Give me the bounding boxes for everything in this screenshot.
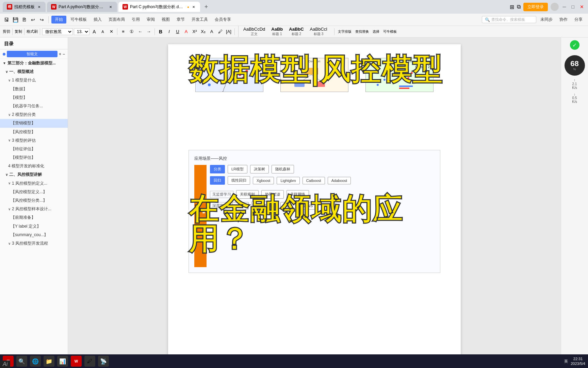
sidebar-item-marketing[interactable]: 【营销模型】 xyxy=(0,119,68,127)
sidebar-item-ml-task[interactable]: 【机器学习任务... xyxy=(0,102,68,110)
wps-taskbar-btn[interactable]: W xyxy=(71,356,82,367)
indent-increase-btn[interactable]: → xyxy=(145,28,152,35)
sidebar-item-feature-eval[interactable]: 【特征评估】 xyxy=(0,145,68,153)
select-btn[interactable]: 选择 xyxy=(371,28,381,35)
sidebar-item-sample-design[interactable]: ∨ 2 风控模型样本设计... xyxy=(0,205,68,213)
redo-icon[interactable]: ↪ xyxy=(38,16,46,24)
sidebar-item-model-eval[interactable]: ∨ 3 模型的评估 xyxy=(0,136,68,145)
close-btn[interactable]: ✕ xyxy=(578,4,585,10)
format-panel-btn[interactable]: 文字排版 xyxy=(337,28,353,35)
smart-btn[interactable]: 智能文 xyxy=(7,51,58,57)
sync-btn[interactable]: 未同步 xyxy=(538,16,555,24)
font-enlarge-btn[interactable]: A xyxy=(91,28,98,35)
sidebar-item-dev-flow[interactable]: ∨ 3 风控模型开发流程 xyxy=(0,239,68,248)
minimize-btn[interactable]: ─ xyxy=(561,4,568,10)
text-color-a[interactable]: A xyxy=(208,28,215,35)
command-search-box[interactable]: 🔍 查找命令、搜索模板 xyxy=(482,16,536,23)
sidebar-item-model-std[interactable]: 4 模型开发的标准化 xyxy=(0,162,68,170)
menu-reference[interactable]: 引用 xyxy=(129,16,143,24)
sidebar-item-model-type[interactable]: ∨ 2 模型的分类 xyxy=(0,110,68,119)
new-doc-icon[interactable]: 🖫 xyxy=(3,16,10,24)
underline-btn[interactable]: U xyxy=(174,28,181,35)
menu-dev[interactable]: 开发工具 xyxy=(189,16,211,24)
indent-decrease-btn[interactable]: ← xyxy=(136,28,144,35)
clear-format-btn[interactable]: ✕ xyxy=(108,28,115,35)
browser-taskbar-btn[interactable]: 🌐 xyxy=(30,356,41,367)
tab-2[interactable]: W Part A python与数据分析(1) ✕ xyxy=(47,2,117,12)
sidebar-item-part3[interactable]: ▼ 第三部分：金融数据模型... xyxy=(0,59,68,67)
superscript-btn[interactable]: X² xyxy=(191,28,198,35)
style-normal[interactable]: AaBbCcDd 正文 xyxy=(241,26,267,37)
sidebar-item-model[interactable]: 【模型】 xyxy=(0,93,68,102)
menu-vip[interactable]: 会员专享 xyxy=(212,16,234,24)
sidebar-item-data[interactable]: 【数据】 xyxy=(0,85,68,93)
menu-chapter[interactable]: 章节 xyxy=(174,16,187,24)
copy-label[interactable]: 复制 xyxy=(15,29,22,34)
start-button[interactable]: 开始 xyxy=(51,16,66,24)
download-arrow: ↓ xyxy=(572,92,577,96)
char-border-btn[interactable]: [A] xyxy=(225,28,232,35)
new-tab-btn[interactable]: + xyxy=(201,2,211,12)
menu-layout[interactable]: 页面布局 xyxy=(106,16,128,24)
format-paint-label[interactable]: 格式刷 xyxy=(27,29,38,34)
font-size-select[interactable]: 13.5 12 14 xyxy=(74,28,89,35)
tab-1-close[interactable]: ✕ xyxy=(37,4,42,9)
sidebar-item-risk-label: 【风控模型】 xyxy=(11,129,35,135)
sidebar-item-risk-def[interactable]: ∨ 1 风控模型的定义... xyxy=(0,179,68,188)
sidebar-item-ylabel-label: 【Y label 定义】 xyxy=(11,223,41,230)
sidebar-collapse-icon[interactable]: − xyxy=(63,52,65,57)
sidebar-item-risk-def2[interactable]: 【风控模型定义...】 xyxy=(0,188,68,196)
bold-btn[interactable]: B xyxy=(157,28,164,35)
tab-3-close[interactable]: ✕ xyxy=(191,4,196,9)
maximize-btn[interactable]: □ xyxy=(570,4,576,10)
menu-insert[interactable]: 插入 xyxy=(91,16,104,24)
save-icon[interactable]: 💾 xyxy=(12,16,19,24)
tab-1[interactable]: 稻 找稻壳模板 ✕ xyxy=(3,2,46,12)
download-stat: ↓ 0.5 K/s xyxy=(572,92,577,104)
font-color-btn[interactable]: A xyxy=(182,28,190,35)
user-avatar[interactable] xyxy=(551,3,559,11)
sidebar-expand-icon[interactable]: + xyxy=(59,52,61,57)
sidebar-item-ylabel[interactable]: 【Y label 定义】 xyxy=(0,222,68,231)
print-icon[interactable]: 🖹 xyxy=(20,16,28,24)
font-select[interactable]: 微软雅黑 宋体 黑体 xyxy=(42,28,73,35)
pen-btn[interactable]: 🖊 xyxy=(84,356,95,367)
lang-indicator[interactable]: 英 xyxy=(564,359,568,364)
excel-btn[interactable]: 📊 xyxy=(57,356,68,367)
sidebar-item-model-what[interactable]: ∨ 1 模型是什么 xyxy=(0,76,68,85)
keniu-template-btn[interactable]: 可牛模板 xyxy=(382,28,398,35)
broadcast-btn[interactable]: 📡 xyxy=(98,356,109,367)
sidebar-item-model-eval2[interactable]: 【模型评估】 xyxy=(0,153,68,162)
search-taskbar-btn[interactable]: 🔍 xyxy=(16,356,27,367)
menu-view[interactable]: 视图 xyxy=(159,16,173,24)
tab-2-close[interactable]: ✕ xyxy=(108,4,113,9)
login-button[interactable]: 立即登录 xyxy=(523,3,548,11)
menu-review[interactable]: 审阅 xyxy=(144,16,158,24)
sidebar-item-prep[interactable]: 【前期准备】 xyxy=(0,213,68,222)
share-btn[interactable]: 分享 xyxy=(572,16,585,24)
restore-icon[interactable]: ⧉ xyxy=(517,4,521,10)
highlight-btn[interactable]: 🖊 xyxy=(216,28,224,35)
style-h3[interactable]: AaBbCcI 标题 3 xyxy=(308,26,329,37)
tab-3[interactable]: W Part C python与数据分析.docx ● ✕ xyxy=(118,2,200,12)
sidebar-item-section2[interactable]: ∨ 二、风控模型讲解 xyxy=(0,170,68,179)
sidebar-item-risk-type[interactable]: 【风控模型分类...】 xyxy=(0,196,68,205)
find-replace-btn[interactable]: 查找替换 xyxy=(354,28,370,35)
sidebar-item-summary[interactable]: 【summary_cou...】 xyxy=(0,231,68,239)
collab-btn[interactable]: 协作 xyxy=(557,16,570,24)
list-btn[interactable]: ≡ xyxy=(119,28,127,35)
style-h1[interactable]: AaBb 标题 1 xyxy=(269,26,285,37)
style-h2[interactable]: AaBbC 标题 2 xyxy=(287,26,306,37)
num-list-btn[interactable]: ① xyxy=(128,28,135,35)
undo-icon[interactable]: ↩ xyxy=(29,16,37,24)
grid-icon[interactable]: ⊞ xyxy=(510,4,514,10)
sidebar-item-section1[interactable]: ∨ 一、模型概述 xyxy=(0,67,68,76)
italic-btn[interactable]: I xyxy=(165,28,173,35)
font-shrink-btn[interactable]: A xyxy=(99,28,107,35)
menu-keniu[interactable]: 可牛模板 xyxy=(68,16,89,24)
cut-label[interactable]: 剪切 xyxy=(3,29,10,34)
sidebar-item-risk[interactable]: 【风控模型】 xyxy=(0,128,68,136)
chevron-icon: ▼ xyxy=(3,61,6,66)
file-manager-btn[interactable]: 📁 xyxy=(44,356,54,367)
subscript-btn[interactable]: X₂ xyxy=(199,28,207,35)
